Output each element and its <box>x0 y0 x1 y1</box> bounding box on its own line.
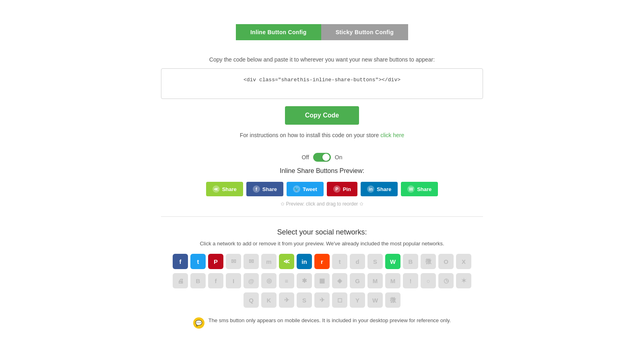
whatsapp-icon: W <box>407 185 415 193</box>
network-sms[interactable]: ✉ <box>244 254 259 269</box>
install-text: For instructions on how to install this … <box>240 132 405 138</box>
install-text-prefix: For instructions on how to install this … <box>240 132 380 138</box>
code-box: <div class="sharethis-inline-share-butto… <box>161 68 483 99</box>
network-grid-row3: Q K ✈ S ✈ ◻ Y W 微 <box>244 292 400 308</box>
sms-notice: 💬 The sms button only appears on mobile … <box>193 317 451 329</box>
network-stumbleupon[interactable]: S <box>367 254 383 269</box>
toggle-switch[interactable] <box>313 153 331 162</box>
network-qzone[interactable]: Q <box>244 292 259 308</box>
code-textarea[interactable]: <div class="sharethis-inline-share-butto… <box>169 77 475 89</box>
facebook-icon: f <box>253 185 260 193</box>
sms-notice-icon: 💬 <box>193 317 204 329</box>
twitter-icon: 🐦 <box>293 185 300 193</box>
toggle-off-label: Off <box>301 154 309 160</box>
network-vk[interactable]: B <box>403 254 418 269</box>
tab-row: Inline Button Config Sticky Button Confi… <box>236 24 408 40</box>
networks-title: Select your social networks: <box>277 228 367 237</box>
network-wordpress[interactable]: W <box>367 292 383 308</box>
network-whatsapp[interactable]: W <box>385 254 400 269</box>
tab-inline[interactable]: Inline Button Config <box>236 24 321 40</box>
network-wechat[interactable]: 微 <box>385 292 400 308</box>
network-messenger[interactable]: m <box>261 254 277 269</box>
twitter-label: Tweet <box>303 186 317 192</box>
sharethis-label: Share <box>222 186 237 192</box>
pinterest-label: Pin <box>343 186 351 192</box>
network-reddit[interactable]: r <box>314 254 330 269</box>
network-weibo[interactable]: 微 <box>421 254 436 269</box>
pinterest-icon: P <box>333 185 341 193</box>
network-odnoklassniki[interactable]: O <box>438 254 454 269</box>
network-folkd[interactable]: ✶ <box>456 273 471 288</box>
network-ok[interactable]: ✱ <box>297 273 312 288</box>
network-yahoo[interactable]: Y <box>350 292 365 308</box>
network-care2[interactable]: ✈ <box>279 292 294 308</box>
network-gmail[interactable]: M <box>367 273 383 288</box>
facebook-label: Share <box>262 186 277 192</box>
copy-code-button[interactable]: Copy Code <box>285 106 359 125</box>
network-snapchat[interactable]: ◻ <box>332 292 347 308</box>
network-pinterest[interactable]: P <box>208 254 223 269</box>
share-btn-whatsapp[interactable]: W Share <box>401 182 438 196</box>
network-telegram[interactable]: ✈ <box>314 292 330 308</box>
network-mailru[interactable]: M <box>385 273 400 288</box>
network-grid-row2: 🖨 B f I @ ◎ ≡ ✱ ▦ ◈ G M M ! ○ ◷ ✶ <box>173 273 471 288</box>
share-buttons-preview: ≪ Share f Share 🐦 Tweet P Pin in Share W… <box>206 182 438 196</box>
whatsapp-label: Share <box>417 186 431 192</box>
preview-title: Inline Share Buttons Preview: <box>280 167 364 175</box>
network-grid-row1: f t P ✉ ✉ m ≪ in r t d S W B 微 O X <box>173 254 471 269</box>
network-meneame[interactable]: ! <box>403 273 418 288</box>
linkedin-icon: in <box>367 185 374 193</box>
network-lj[interactable]: ◈ <box>332 273 347 288</box>
share-btn-facebook[interactable]: f Share <box>246 182 283 196</box>
section-divider <box>161 216 483 217</box>
network-linkedin[interactable]: in <box>297 254 312 269</box>
network-google[interactable]: G <box>350 273 365 288</box>
network-kaixin[interactable]: K <box>261 292 277 308</box>
network-digg[interactable]: d <box>350 254 365 269</box>
share-btn-pinterest[interactable]: P Pin <box>327 182 357 196</box>
network-twitter[interactable]: t <box>190 254 206 269</box>
toggle-knob <box>322 154 330 161</box>
sms-notice-text: The sms button only appears on mobile de… <box>208 317 451 323</box>
network-blogger[interactable]: B <box>190 273 206 288</box>
networks-subtitle: Click a network to add or remove it from… <box>200 241 444 247</box>
network-pocket[interactable]: ◷ <box>438 273 454 288</box>
share-btn-twitter[interactable]: 🐦 Tweet <box>287 182 324 196</box>
share-btn-sharethis[interactable]: ≪ Share <box>206 182 243 196</box>
instruction-text: Copy the code below and paste it to wher… <box>209 56 435 63</box>
network-atme[interactable]: @ <box>244 273 259 288</box>
toggle-row: Off On <box>301 153 342 162</box>
install-link[interactable]: click here <box>380 132 404 138</box>
sharethis-icon: ≪ <box>213 185 220 193</box>
tab-sticky[interactable]: Sticky Button Config <box>321 24 408 40</box>
reorder-hint: ✩ Preview: click and drag to reorder ✩ <box>281 201 363 207</box>
network-email[interactable]: ✉ <box>226 254 241 269</box>
network-flipboard[interactable]: f <box>208 273 223 288</box>
network-sharethis[interactable]: ≪ <box>279 254 294 269</box>
network-facebook[interactable]: f <box>173 254 188 269</box>
network-skype[interactable]: S <box>297 292 312 308</box>
network-print[interactable]: 🖨 <box>173 273 188 288</box>
network-qrcode[interactable]: ▦ <box>314 273 330 288</box>
network-fark[interactable]: ○ <box>421 273 436 288</box>
linkedin-label: Share <box>377 186 391 192</box>
network-tumblr[interactable]: t <box>332 254 347 269</box>
network-xing[interactable]: X <box>456 254 471 269</box>
network-buffer[interactable]: ≡ <box>279 273 294 288</box>
network-fotki[interactable]: ◎ <box>261 273 277 288</box>
main-container: Inline Button Config Sticky Button Confi… <box>161 24 483 329</box>
share-btn-linkedin[interactable]: in Share <box>361 182 398 196</box>
network-instapaper[interactable]: I <box>226 273 241 288</box>
toggle-on-label: On <box>335 154 343 160</box>
